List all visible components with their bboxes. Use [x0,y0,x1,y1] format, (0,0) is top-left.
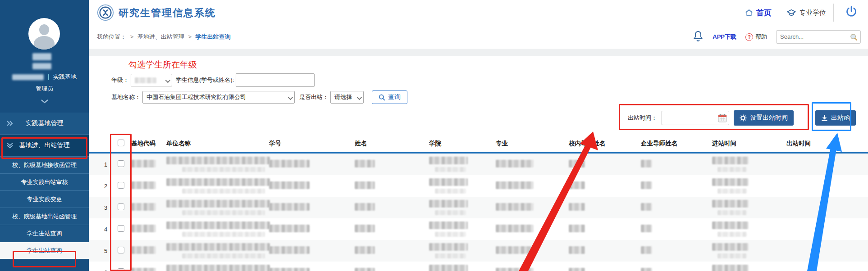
set-out-time-label: 设置出站时间 [750,114,788,122]
nav-home-label: 首页 [756,8,772,18]
profile-collapse-chevron[interactable] [0,97,89,105]
table-cell-redacted [429,221,496,237]
out-time-group: 出站时间： 设置出站时间 [621,105,809,131]
avatar[interactable] [28,18,60,50]
table-cell-redacted [269,181,355,190]
table-cell-redacted [429,178,496,194]
sidebar-item-7[interactable]: 学生出站查询 [0,242,89,259]
table-cell-redacted [166,243,269,258]
breadcrumb-item-current[interactable]: 学生出站查询 [196,33,231,40]
table-cell-redacted [712,157,786,172]
breadcrumb: 我的位置： > 基地进、出站管理 > 学生出站查询 [97,33,231,41]
query-button-label: 查询 [388,93,401,101]
select-all-checkbox[interactable] [118,140,124,146]
column-header: 学院 [429,140,496,148]
user-role-line2: 管理员 [0,85,89,93]
header-divider [833,4,834,22]
row-checkbox[interactable] [118,182,124,189]
sidebar-item-label: 实践基地管理 [26,119,64,127]
app-download-link[interactable]: APP下载 [713,33,736,41]
table-cell-redacted [496,203,569,212]
set-out-time-button[interactable]: 设置出站时间 [734,110,794,126]
sidebar-item-4[interactable]: 专业实践变更 [0,191,89,208]
table-cell-redacted [712,221,786,237]
notifications-button[interactable] [693,30,704,44]
column-header: 单位名称 [166,140,269,148]
out-status-select[interactable]: 请选择 [330,91,364,104]
row-checkbox[interactable] [118,268,124,271]
nav-pro-degree[interactable]: 专业学位 [786,9,826,17]
table-header-row: 基地代码单位名称学号姓名学院专业校内导师姓名企业导师姓名进站时间出站时间 [89,135,868,152]
sidebar-item-6[interactable]: 学生进站查询 [0,225,89,242]
nav-pro-degree-label: 专业学位 [799,9,826,17]
table-cell-redacted [131,246,166,255]
sidebar-item-label: 校、院级基地出站函管理 [12,212,77,221]
query-button[interactable]: 查询 [372,90,407,104]
nav-home[interactable]: 首页 [745,8,772,18]
table-cell-redacted [496,268,569,271]
search-icon[interactable] [850,33,858,41]
table-row: 5 [89,240,868,262]
column-header: 基地代码 [131,140,166,148]
table-cell-redacted [712,178,786,194]
row-checkbox[interactable] [118,160,124,167]
sidebar-item-5[interactable]: 校、院级基地出站函管理 [0,208,89,225]
out-status-label: 是否出站： [299,93,329,101]
separator-band [89,49,868,56]
out-status-value: 请选择 [334,93,352,101]
out-time-input[interactable] [662,111,729,125]
table-cell-redacted [569,268,641,271]
help-link[interactable]: ? 帮助 [745,33,767,41]
table-cell-redacted [269,246,355,255]
student-info-input[interactable] [236,73,315,87]
sidebar-item-label: 基地进、出站管理 [19,141,70,149]
table-row: 3 [89,197,868,218]
table-cell-redacted [712,265,786,271]
sidebar: ｜ 实践基地 管理员 实践基地管理基地进、出站管理校、院级基地接收函管理专业实践… [0,0,89,271]
row-checkbox[interactable] [118,203,124,210]
table-cell-redacted [641,268,712,271]
student-info-label: 学生信息(学号或姓名): [176,76,234,84]
table-cell-redacted [641,203,712,212]
table-cell-redacted [269,160,355,169]
table-cell-redacted [569,203,641,212]
table-body: 123456 [89,154,868,271]
row-number: 2 [102,183,118,190]
table-row: 6 [89,262,868,271]
table-row: 1 [89,154,868,175]
table-cell-redacted [131,268,166,271]
results-table: 基地代码单位名称学号姓名学院专业校内导师姓名企业导师姓名进站时间出站时间 123… [89,135,868,271]
base-name-label: 基地名称： [111,93,141,101]
base-name-select[interactable]: 中国石油集团工程技术研究院有限公司 [142,91,295,104]
row-checkbox[interactable] [118,247,124,253]
header-divider [779,8,779,18]
table-cell-redacted [355,203,429,212]
home-icon [745,9,754,17]
table-cell-redacted [429,265,496,271]
search-input[interactable] [777,31,849,42]
table-cell-redacted [131,225,166,234]
content-panel: 勾选学生所在年级 年级： 学生信息(学号或姓名): 基地名称： 中国石油集团工程… [89,56,868,271]
logout-button[interactable] [841,5,862,20]
table-cell-redacted [641,160,712,169]
row-number: 3 [102,204,118,211]
out-letter-label: 出站函 [831,114,850,122]
column-header: 校内导师姓名 [569,140,641,148]
table-cell-redacted [269,203,355,212]
app-header: 研究生管理信息系统 首页 专业学位 [89,0,868,25]
base-name-value: 中国石油集团工程技术研究院有限公司 [146,93,246,101]
sidebar-item-1[interactable]: 基地进、出站管理 [0,135,89,157]
gear-icon [740,114,747,122]
table-cell-redacted [166,178,269,194]
user-id-redacted [32,63,51,69]
sidebar-item-0[interactable]: 实践基地管理 [0,113,89,135]
table-cell-redacted [269,225,355,234]
out-letter-button[interactable]: 出站函 [815,110,856,126]
grade-select[interactable] [131,74,172,86]
sidebar-item-2[interactable]: 校、院级基地接收函管理 [0,157,89,174]
row-checkbox[interactable] [118,225,124,232]
avatar-torso [34,36,55,50]
sidebar-item-3[interactable]: 专业实践出站审核 [0,174,89,191]
calendar-icon[interactable] [718,114,727,122]
breadcrumb-item[interactable]: 基地进、出站管理 [137,33,184,40]
